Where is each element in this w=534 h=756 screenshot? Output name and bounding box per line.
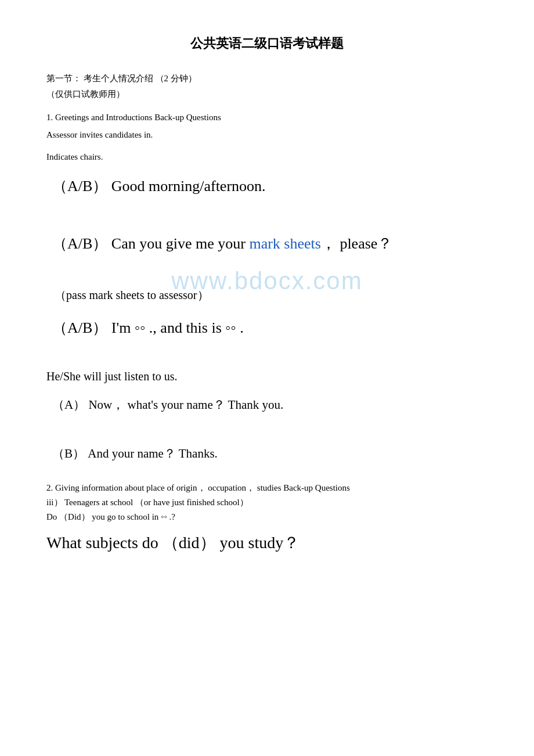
instruction-2: Assessor invites candidates in. [46,128,488,142]
dialog-mark-sheets: （A/B） Can you give me your mark sheets， … [52,232,488,255]
dialog-and-your-name: （B） And your name？ Thanks. [52,445,488,463]
instruction-block: 1. Greetings and Introductions Back-up Q… [46,110,488,142]
section2-do: Do （Did） you go to school in ◦◦ .? [46,512,488,523]
dialog-good-morning: （A/B） Good morning/afternoon. [52,175,488,197]
indicates-chairs: Indicates chairs. [46,152,488,162]
dialog-whats-your-name: （A） Now， what's your name？ Thank you. [52,396,488,415]
listen-note: He/She will just listen to us. [46,367,488,386]
dialog-mark-sheets-prefix: （A/B） Can you give me your [52,235,249,252]
section2-header: 2. Giving information about place of ori… [46,483,488,494]
pass-mark-sheets-note: （pass mark sheets to assessor） [55,286,488,304]
dialog-what-subjects: What subjects do （did） you study？ [46,531,488,555]
page-title: 公共英语二级口语考试样题 [46,35,488,52]
teacher-note: （仅供口试教师用） [46,89,488,100]
dialog-im-and-this-is: （A/B） I'm ◦◦ ., and this is ◦◦ . [52,316,488,339]
section2-note1: iii） Teenagers at school （or have just f… [46,497,488,508]
mark-sheets-link[interactable]: mark sheets [249,235,320,252]
section1-header: 第一节： 考生个人情况介绍 （2 分钟） [46,73,488,84]
instruction-1: 1. Greetings and Introductions Back-up Q… [46,110,488,124]
dialog-mark-sheets-suffix: ， please？ [321,235,392,252]
